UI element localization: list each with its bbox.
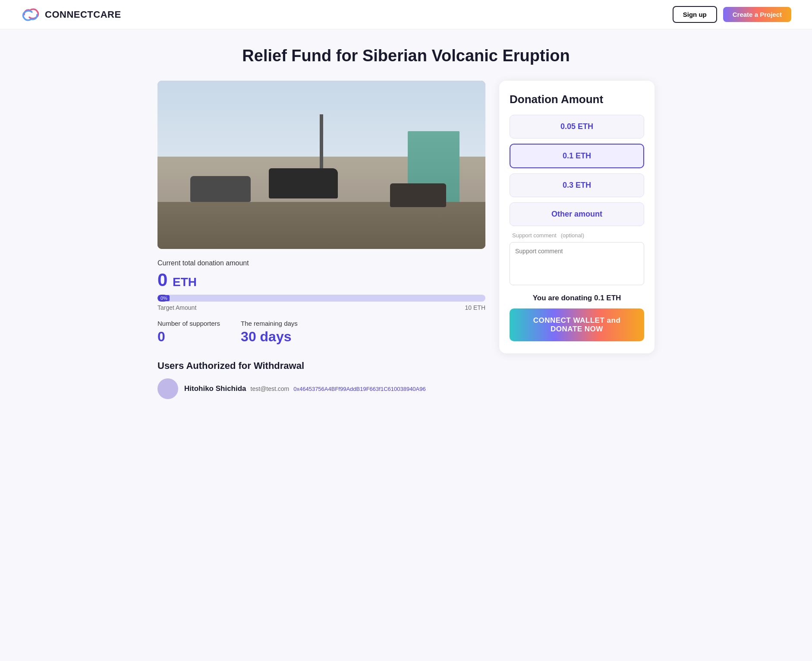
target-value: 10 ETH [465,304,485,311]
progress-labels: Target Amount 10 ETH [157,304,485,311]
logo: CONNECTCARE [21,7,121,22]
progress-percent: 0% [158,295,170,301]
stats-section: Current total donation amount 0 ETH 0% T… [157,259,485,345]
progress-bar: 0% [157,295,485,302]
remaining-label: The remaining days [241,320,298,327]
target-label: Target Amount [157,304,196,311]
donation-card: Donation Amount 0.05 ETH0.1 ETH0.3 ETHOt… [499,81,655,353]
supporters-label: Number of supporters [157,320,220,327]
avatar [157,378,178,399]
amount-buttons: 0.05 ETH0.1 ETH0.3 ETHOther amount [510,115,644,226]
authorized-title: Users Authorized for Withdrawal [157,360,485,371]
supporters-value: 0 [157,329,220,345]
current-donation-label: Current total donation amount [157,259,485,267]
user-row: Hitohiko Shichida test@test.com 0x464537… [157,378,485,399]
remaining-stat: The remaining days 30 days [241,320,298,345]
current-donation-amount: 0 ETH [157,270,485,290]
user-name: Hitohiko Shichida [184,384,246,393]
supporters-stat: Number of supporters 0 [157,320,220,345]
header-actions: Sign up Create a Project [673,6,791,23]
comment-label: Support comment (optional) [510,231,644,239]
donate-button[interactable]: CONNECT WALLET and DONATE NOW [510,308,644,341]
amount-button-0[interactable]: 0.05 ETH [510,115,644,138]
left-column: Current total donation amount 0 ETH 0% T… [157,81,485,399]
logo-text: CONNECTCARE [45,9,121,20]
donating-text: You are donating 0.1 ETH [510,294,644,302]
authorized-section: Users Authorized for Withdrawal Hitohiko… [157,360,485,399]
user-email: test@test.com [251,385,290,392]
logo-icon [21,7,41,22]
user-address[interactable]: 0x46453756A4BFf99AddB19F663f1C610038940A… [293,386,425,392]
signup-button[interactable]: Sign up [673,6,717,23]
amount-button-2[interactable]: 0.3 ETH [510,173,644,197]
user-info: Hitohiko Shichida test@test.com 0x464537… [184,384,426,393]
amount-button-1[interactable]: 0.1 ETH [510,144,644,168]
remaining-value: 30 days [241,329,298,345]
donation-title: Donation Amount [510,93,644,106]
create-project-button[interactable]: Create a Project [723,7,791,22]
support-comment-input[interactable] [510,242,644,285]
right-column: Donation Amount 0.05 ETH0.1 ETH0.3 ETHOt… [499,81,655,353]
project-image [157,81,485,249]
amount-button-3[interactable]: Other amount [510,202,644,226]
stats-row: Number of supporters 0 The remaining day… [157,320,485,345]
page-title: Relief Fund for Siberian Volcanic Erupti… [157,47,655,65]
